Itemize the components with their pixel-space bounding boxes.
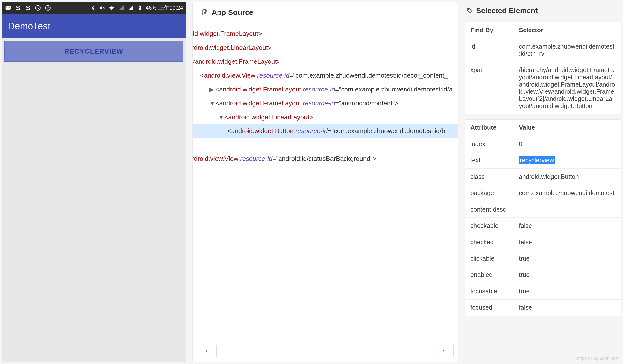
notification-icon	[4, 4, 12, 12]
selected-element-title: Selected Element	[476, 6, 538, 15]
recyclerview-button[interactable]: RECYCLERVIEW	[4, 41, 183, 62]
attr-header-key: Attribute	[465, 120, 513, 136]
cell-key: focused	[465, 300, 513, 316]
cell-val: com.example.zhuowendi.demotest	[513, 185, 621, 201]
s-icon-2: S	[24, 4, 32, 12]
tree-expand-icon[interactable]: ▼	[209, 97, 214, 110]
app-source-panel: App Source <id.widget.FrameLayout><droid…	[192, 2, 458, 362]
battery-percent: 46%	[146, 5, 156, 11]
cell-val: true	[513, 283, 621, 299]
tag-icon	[467, 7, 473, 14]
mute-icon	[98, 4, 106, 12]
status-time: 上午10:24	[158, 4, 183, 12]
table-row[interactable]: content-desc	[465, 201, 621, 218]
phone-screenshot: S S	[2, 2, 186, 362]
table-row[interactable]: enabledtrue	[465, 267, 621, 283]
cell-key: xpath	[465, 62, 513, 114]
cell-val: true	[513, 250, 621, 267]
tree-node[interactable]: <id.widget.FrameLayout>	[193, 27, 458, 41]
xml-tree[interactable]: <id.widget.FrameLayout><droid.widget.Lin…	[193, 23, 458, 340]
table-row[interactable]: textrecyclerview	[465, 152, 621, 169]
tree-node[interactable]: <android.view.View resource-id="com.exam…	[193, 68, 458, 82]
cell-key: index	[465, 136, 513, 152]
selected-element-header: Selected Element	[465, 2, 621, 17]
selected-element-panel: Selected Element Find By Selector idcom.…	[465, 2, 621, 362]
cell-val: 0	[513, 136, 621, 152]
table-row[interactable]: idcom.example.zhuowendi.demotest:id/btn_…	[465, 38, 621, 62]
svg-point-10	[468, 9, 469, 10]
signal-icon-2	[127, 4, 134, 12]
watermark: https://blog.csdn.net/	[577, 356, 618, 361]
cell-key: focusable	[465, 283, 513, 299]
findby-header-val: Selector	[513, 22, 621, 38]
table-header: Attribute Value	[465, 120, 621, 136]
svg-rect-9	[139, 6, 140, 6]
next-button[interactable]: ›	[434, 344, 454, 358]
app-source-header: App Source	[193, 2, 458, 23]
tree-node[interactable]: ▼<android.widget.LinearLayout>	[193, 110, 458, 124]
cell-val: android.widget.Button	[513, 169, 621, 185]
app-source-title: App Source	[212, 8, 253, 17]
tree-node[interactable]: <droid.widget.LinearLayout>	[193, 41, 458, 55]
tree-node[interactable]: ▶<android.widget.FrameLayout resource-id…	[193, 82, 458, 96]
prev-button[interactable]: ‹	[197, 344, 217, 358]
cell-val: true	[513, 267, 621, 283]
cell-key: checkable	[465, 218, 513, 234]
attr-header-val: Value	[513, 120, 621, 136]
table-row[interactable]: checkablefalse	[465, 218, 621, 234]
tree-expand-icon[interactable]: ▼	[218, 111, 223, 123]
cell-val: false	[513, 218, 621, 234]
phone-status-bar: S S	[2, 2, 186, 14]
findby-table: Find By Selector idcom.example.zhuowendi…	[465, 22, 621, 114]
table-row[interactable]: classandroid.widget.Button	[465, 169, 621, 185]
download-icon	[44, 4, 52, 12]
table-row[interactable]: clickabletrue	[465, 250, 621, 267]
tree-node[interactable]: <droid.view.View resource-id="android:id…	[193, 152, 458, 166]
app-title-bar: DemoTest	[2, 14, 186, 38]
cell-val: /hierarchy/android.widget.FrameLayout/an…	[513, 62, 621, 114]
cell-key: class	[465, 169, 513, 185]
tree-node[interactable]: ▼<android.widget.FrameLayout resource-id…	[193, 96, 458, 110]
battery-icon	[136, 4, 144, 12]
cell-val: false	[513, 234, 621, 250]
wifi-icon	[108, 4, 115, 12]
cell-key: id	[465, 38, 513, 62]
cell-val: com.example.zhuowendi.demotest:id/btn_rv	[513, 38, 621, 62]
svg-point-1	[6, 7, 7, 8]
cell-key: package	[465, 185, 513, 201]
s-icon-1: S	[14, 4, 22, 12]
bluetooth-icon	[89, 4, 96, 12]
signal-icon-1	[117, 4, 125, 12]
tree-node[interactable]: <android.widget.Button resource-id="com.…	[193, 124, 458, 138]
table-header: Find By Selector	[465, 22, 621, 38]
findby-header-key: Find By	[465, 22, 513, 38]
cell-val: recyclerview	[513, 152, 621, 168]
svg-point-2	[8, 7, 9, 8]
tree-node[interactable]: <android.widget.FrameLayout>	[193, 55, 458, 68]
table-row[interactable]: xpath/hierarchy/android.widget.FrameLayo…	[465, 62, 621, 114]
table-row[interactable]: checkedfalse	[465, 234, 621, 250]
cell-key: clickable	[465, 250, 513, 267]
clock-icon	[34, 4, 42, 12]
cell-val	[513, 201, 621, 217]
table-row[interactable]: packagecom.example.zhuowendi.demotest	[465, 185, 621, 201]
table-row[interactable]: index0	[465, 136, 621, 152]
table-row[interactable]: focusabletrue	[465, 283, 621, 300]
table-row[interactable]: focusedfalse	[465, 300, 621, 316]
tree-node[interactable]	[193, 138, 458, 152]
attribute-table: Attribute Value index0textrecyclerviewcl…	[465, 119, 621, 316]
cell-val: false	[513, 300, 621, 316]
cell-key: enabled	[465, 267, 513, 283]
app-title: DemoTest	[8, 21, 50, 31]
tree-expand-icon[interactable]: ▶	[209, 83, 214, 96]
svg-point-3	[9, 7, 10, 8]
cell-key: checked	[465, 234, 513, 250]
document-icon	[202, 9, 208, 16]
cell-key: text	[465, 152, 513, 168]
cell-key: content-desc	[465, 201, 513, 217]
